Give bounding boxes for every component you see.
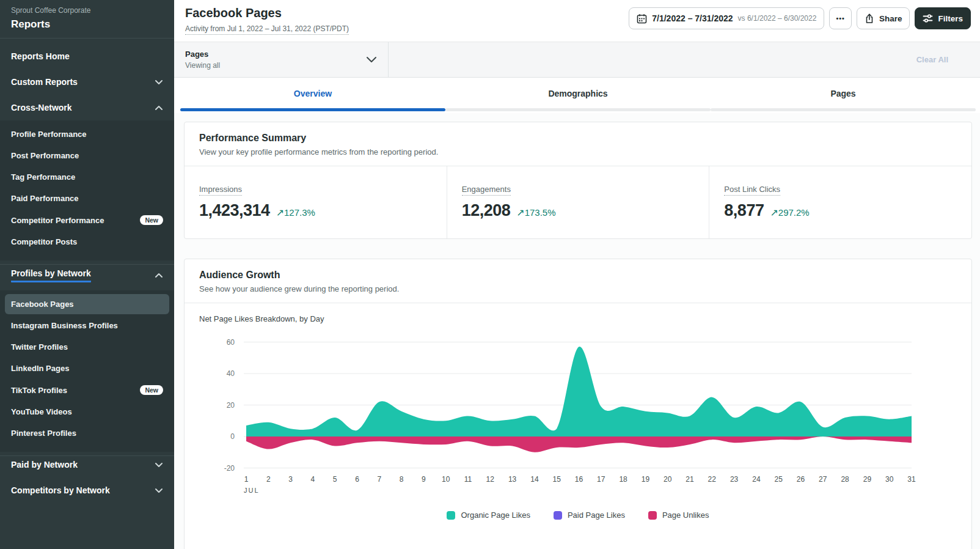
x-axis-tick: 14 <box>530 475 539 484</box>
report-header: Facebook Pages Activity from Jul 1, 2022… <box>174 0 980 42</box>
x-axis-tick: 4 <box>311 475 315 484</box>
x-axis-tick: 7 <box>377 475 381 484</box>
sidebar-item-post-performance[interactable]: Post Performance <box>5 146 169 166</box>
app-window: Sprout Coffee Corporate Reports Reports … <box>0 0 980 549</box>
trend-up-icon: ↗ <box>516 207 524 218</box>
filter-bar: Pages Viewing all Clear All <box>174 42 980 78</box>
x-axis-tick: 16 <box>575 475 583 484</box>
x-axis-tick: 24 <box>752 475 761 484</box>
sidebar-item-label: LinkedIn Pages <box>11 364 69 373</box>
pages-filter-dropdown[interactable]: Pages Viewing all <box>174 42 389 77</box>
sidebar-item-paid-performance[interactable]: Paid Performance <box>5 188 169 208</box>
series-page-unlikes <box>246 437 912 452</box>
x-axis-tick: 3 <box>288 475 293 484</box>
metric-value: 8,877 <box>724 201 764 220</box>
x-axis-tick: 30 <box>885 475 894 484</box>
sidebar-section-paid-by-network[interactable]: Paid by Network <box>0 455 174 477</box>
x-axis-tick: 21 <box>686 475 694 484</box>
chevron-up-icon <box>155 105 163 111</box>
sidebar-nav: Reports HomeCustom ReportsCross-NetworkP… <box>0 39 174 503</box>
header-actions: 7/1/2022 – 7/31/2022 vs 6/1/2022 – 6/30/… <box>629 6 971 42</box>
legend-item-paid-page-likes[interactable]: Paid Page Likes <box>554 510 625 520</box>
legend-item-organic-page-likes[interactable]: Organic Page Likes <box>447 510 530 520</box>
metrics-row: Impressions1,423,314↗127.3%Engagements12… <box>185 166 971 238</box>
x-axis-tick: 26 <box>797 475 805 484</box>
x-axis-tick: 23 <box>730 475 739 484</box>
sidebar-item-label: YouTube Videos <box>11 407 72 416</box>
sidebar-section-custom-reports[interactable]: Custom Reports <box>0 69 174 95</box>
share-button[interactable]: Share <box>857 7 910 29</box>
metric-engagements: Engagements12,208↗173.5% <box>447 166 709 238</box>
date-range-value: 7/1/2022 – 7/31/2022 <box>652 13 733 23</box>
sidebar-item-competitor-performance[interactable]: Competitor PerformanceNew <box>5 210 169 230</box>
trend-up-icon: ↗ <box>770 207 778 218</box>
filters-button[interactable]: Filters <box>915 7 971 29</box>
page-title: Facebook Pages <box>185 6 349 20</box>
metric-change: ↗127.3% <box>276 207 315 218</box>
audience-growth-subtitle: See how your audience grew during the re… <box>199 284 957 293</box>
tab-label: Pages <box>830 89 855 102</box>
date-range-button[interactable]: 7/1/2022 – 7/31/2022 vs 6/1/2022 – 6/30/… <box>629 7 824 29</box>
y-axis-tick: 0 <box>230 432 235 441</box>
account-name: Sprout Coffee Corporate <box>11 6 163 15</box>
calendar-icon <box>637 13 647 24</box>
sidebar-group-cross-network: Profile PerformancePost PerformanceTag P… <box>0 120 174 260</box>
sidebar-item-twitter-profiles[interactable]: Twitter Profiles <box>5 337 169 357</box>
metric-post-link-clicks: Post Link Clicks8,877↗297.2% <box>709 166 971 238</box>
sidebar-item-instagram-business-profiles[interactable]: Instagram Business Profiles <box>5 315 169 336</box>
more-options-button[interactable]: ••• <box>829 7 852 29</box>
report-content: Performance Summary View your key profil… <box>174 113 980 549</box>
x-axis-tick: 17 <box>597 475 605 484</box>
metric-change: ↗173.5% <box>516 207 555 218</box>
tab-overview[interactable]: Overview <box>180 78 445 113</box>
chart-title: Net Page Likes Breakdown, by Day <box>199 314 957 323</box>
sidebar-item-label: Paid Performance <box>11 194 79 203</box>
tab-label: Overview <box>294 89 332 102</box>
tab-demographics[interactable]: Demographics <box>445 78 711 113</box>
sidebar-item-competitor-posts[interactable]: Competitor Posts <box>5 232 169 252</box>
chevron-down-icon <box>155 488 163 493</box>
metric-values: 1,423,314↗127.3% <box>199 201 432 220</box>
ellipsis-icon: ••• <box>836 15 845 22</box>
legend-swatch <box>554 511 562 520</box>
sidebar-header: Sprout Coffee Corporate Reports <box>0 0 174 39</box>
x-axis-tick: 11 <box>464 475 472 484</box>
net-page-likes-chart-block: Net Page Likes Breakdown, by Day 6040200… <box>185 303 971 520</box>
y-axis-tick: 40 <box>227 369 235 378</box>
sliders-icon <box>923 13 933 23</box>
audience-growth-head: Audience Growth See how your audience gr… <box>185 259 971 303</box>
tab-pages[interactable]: Pages <box>711 78 976 113</box>
sidebar-item-tiktok-profiles[interactable]: TikTok ProfilesNew <box>5 380 169 400</box>
metric-value: 12,208 <box>462 201 511 220</box>
x-axis-tick: 6 <box>355 475 359 484</box>
sidebar-item-pinterest-profiles[interactable]: Pinterest Profiles <box>5 423 169 443</box>
report-tabs: OverviewDemographicsPages <box>174 78 980 113</box>
metric-impressions: Impressions1,423,314↗127.3% <box>185 166 447 238</box>
reports-sidebar: Sprout Coffee Corporate Reports Reports … <box>0 0 174 549</box>
new-badge: New <box>140 385 163 395</box>
sidebar-section-profiles-by-network[interactable]: Profiles by Network <box>0 264 174 290</box>
sidebar-item-facebook-pages[interactable]: Facebook Pages <box>5 294 169 314</box>
sidebar-title: Reports <box>11 18 163 31</box>
sidebar-section-label: Reports Home <box>11 51 70 61</box>
legend-item-page-unlikes[interactable]: Page Unlikes <box>648 510 709 520</box>
sidebar-item-profile-performance[interactable]: Profile Performance <box>5 124 169 144</box>
sidebar-item-label: Competitor Posts <box>11 237 77 246</box>
main-area: Facebook Pages Activity from Jul 1, 2022… <box>174 0 980 549</box>
sidebar-item-linkedin-pages[interactable]: LinkedIn Pages <box>5 358 169 378</box>
clear-all-link[interactable]: Clear All <box>916 55 980 64</box>
sidebar-section-cross-network[interactable]: Cross-Network <box>0 95 174 120</box>
sidebar-section-competitors-by-network[interactable]: Competitors by Network <box>0 477 174 503</box>
x-axis-tick: 31 <box>907 475 916 484</box>
report-period-text: Activity from Jul 1, 2022 – Jul 31, 2022… <box>185 24 349 35</box>
performance-summary-title: Performance Summary <box>199 133 957 144</box>
report-titles: Facebook Pages Activity from Jul 1, 2022… <box>185 6 349 42</box>
tab-underline <box>180 108 445 111</box>
sidebar-section-label: Custom Reports <box>11 77 78 87</box>
sidebar-item-label: Competitor Performance <box>11 216 104 225</box>
sidebar-item-tag-performance[interactable]: Tag Performance <box>5 167 169 187</box>
sidebar-item-youtube-videos[interactable]: YouTube Videos <box>5 402 169 422</box>
sidebar-section-reports-home[interactable]: Reports Home <box>0 43 174 69</box>
metric-values: 8,877↗297.2% <box>724 201 957 220</box>
area-chart-svg: 6040200-20123456789101112131415161718192… <box>199 323 957 507</box>
